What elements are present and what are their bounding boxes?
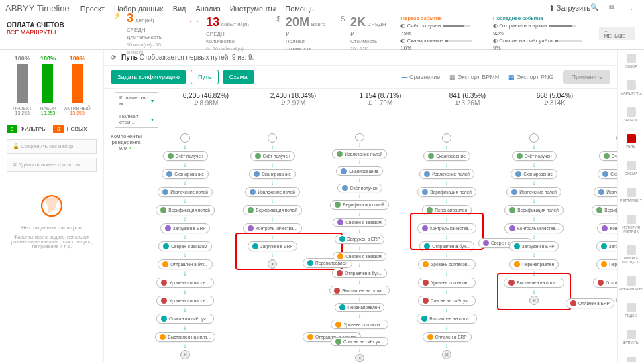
process-node[interactable]: Сверен с заказом <box>333 252 386 261</box>
process-node[interactable]: Сверен с заказом <box>158 241 212 251</box>
rail-item[interactable]: ПУТЬ <box>618 134 644 149</box>
process-node[interactable]: Извлечение полей <box>506 187 561 197</box>
process-node[interactable]: Сканирование <box>511 169 557 179</box>
process-node[interactable]: Сверен с заказом <box>333 218 386 227</box>
process-node[interactable]: Уровень согласов... <box>331 320 388 328</box>
path-col-header: 1,154 (8.71%)₽ 1.79M <box>337 92 424 128</box>
process-node[interactable]: Выставлен на опла... <box>155 332 215 342</box>
process-node[interactable]: Загружен в ERP <box>335 235 385 243</box>
rail-item[interactable]: РЕДКО <box>618 303 644 318</box>
more-icon[interactable]: ⋮ <box>628 3 639 14</box>
process-node[interactable]: Верификация полей <box>243 205 302 215</box>
process-node[interactable]: Верификация полей <box>330 200 389 209</box>
path-tab[interactable]: Путь <box>191 70 219 84</box>
process-node[interactable]: Счёт получен <box>337 184 382 192</box>
refresh-icon[interactable]: ⟳ <box>111 54 116 61</box>
process-node[interactable]: Списан на счёт уч... <box>156 314 214 324</box>
export-bpmn[interactable]: ▦ Экспорт BPMN <box>449 74 499 80</box>
rail-item[interactable]: РЕГЛАМЕНТ <box>618 188 644 202</box>
process-node[interactable]: Оплачен в ERP <box>423 332 472 342</box>
process-node[interactable]: Списан на счёт уч... <box>331 337 388 346</box>
process-node[interactable]: Загружен в ERP <box>248 241 298 251</box>
menu-item[interactable]: Анализ <box>196 5 221 13</box>
delete-filters-btn[interactable]: ✕ Удалить новые фильтры <box>7 158 97 172</box>
upload-btn[interactable]: ⬆ Загрузить <box>549 4 590 13</box>
process-node[interactable]: Загружен в ERP <box>160 223 211 233</box>
process-node[interactable]: Контроль качества... <box>417 223 476 233</box>
menu-item[interactable]: Инструменты <box>230 5 276 13</box>
process-node[interactable]: Извлечение полей <box>158 187 213 197</box>
menu-item[interactable]: Проект <box>80 5 105 13</box>
rail-item[interactable]: ЗАПРОС <box>618 107 644 122</box>
process-node[interactable]: Счёт получен <box>163 151 208 161</box>
export-png[interactable]: ▦ Экспорт PNG <box>508 74 553 80</box>
process-node[interactable]: Сканирование <box>249 169 296 179</box>
process-node[interactable]: Сканирование <box>162 169 209 179</box>
process-node[interactable]: Списан на счёт уч... <box>418 296 476 306</box>
process-node[interactable]: Отправлен в бух... <box>158 259 213 269</box>
process-node[interactable]: Счёт получен <box>512 151 557 161</box>
apply-btn[interactable]: Применить <box>563 70 610 84</box>
rail-item[interactable]: ИСТОРИЯ МЕТРИК <box>618 215 644 233</box>
rail-item[interactable]: ДЕТАЛИЗАЦИЯ <box>618 357 644 362</box>
select-metric[interactable]: Количество м... <box>115 92 158 109</box>
rail-item[interactable]: ИНТЕРВАЛЫ <box>618 276 644 291</box>
rail-item[interactable]: МАРШРУТЫ <box>618 80 644 95</box>
rail-item[interactable]: ЗАТРАТЫ <box>618 330 644 345</box>
end-node: ✕ <box>355 354 364 362</box>
process-node[interactable]: Счёт получен <box>250 151 295 161</box>
config-btn[interactable]: Задать конфигурацию <box>111 70 186 84</box>
last-event: Последнее событие ◐ Отправлен в архив82%… <box>493 15 586 52</box>
process-node[interactable]: Верификация полей <box>417 187 476 197</box>
process-node[interactable]: Перенаправлен <box>422 205 472 215</box>
process-node[interactable]: Контроль качества... <box>504 223 564 233</box>
process-node[interactable]: Загружен в ERP <box>509 241 559 251</box>
search-icon[interactable]: 🔍 <box>590 3 601 14</box>
process-node[interactable]: Выставлен на опла... <box>504 278 564 288</box>
select-cost[interactable]: Полная стои... <box>115 111 158 128</box>
path-column: ↓Сканирование↓Извлечение полей↓Верификац… <box>403 131 490 362</box>
rail-item[interactable]: МИКРО-ПРОЦЕСС <box>618 245 644 264</box>
compare-link[interactable]: — Сравнение <box>402 74 441 80</box>
new-count[interactable]: 0 <box>53 125 64 133</box>
process-node[interactable]: Уровень согласов... <box>156 296 213 306</box>
path-title: Путь <box>121 54 138 61</box>
menu-item[interactable]: Вид <box>173 5 186 13</box>
process-node[interactable]: Сканирование <box>423 151 470 161</box>
process-node[interactable]: Верификация полей <box>592 205 617 215</box>
process-node[interactable]: Извлечение полей <box>419 169 474 179</box>
menu-item[interactable]: Помощь <box>285 5 314 13</box>
process-node[interactable]: Контроль качества... <box>243 223 302 233</box>
mail-icon[interactable]: ✉ <box>609 3 620 14</box>
process-node[interactable]: Отправлен в архив <box>593 278 617 288</box>
collapse-btn[interactable]: ← МЕНЬШЕ <box>599 27 635 40</box>
schema-tab[interactable]: Схема <box>223 70 254 84</box>
start-node <box>529 133 539 143</box>
process-node[interactable]: Сканирование <box>598 169 617 179</box>
rail-item[interactable]: ОБЗОР <box>618 54 644 68</box>
process-node[interactable]: Верификация полей <box>156 205 215 215</box>
process-node[interactable]: Сканирование <box>336 166 383 175</box>
process-node[interactable]: Уровень согласов... <box>418 278 475 288</box>
filters-count[interactable]: 0 <box>7 125 17 133</box>
process-node[interactable]: Выставлен на опла... <box>329 286 390 294</box>
process-node[interactable]: Уровень согласов... <box>156 278 213 288</box>
process-node[interactable]: Перенаправлен <box>596 259 617 269</box>
process-node[interactable]: Извлечение полей <box>245 187 300 197</box>
rail-item[interactable]: СХЕМА <box>618 161 644 176</box>
process-node[interactable]: Счёт получен <box>599 151 617 161</box>
process-node[interactable]: Верификация полей <box>504 205 564 215</box>
project-subtitle: ВСЕ МАРШРУТЫ <box>7 29 97 36</box>
process-node[interactable]: Извлечение полей <box>594 187 617 197</box>
process-node[interactable]: Отправлен в бух... <box>332 269 387 278</box>
process-node[interactable]: Перенаправлен <box>335 303 384 312</box>
save-set-btn[interactable]: 🔒 Сохранить как набор <box>7 139 97 154</box>
process-node[interactable]: Контроль кач... <box>597 223 617 233</box>
process-node[interactable]: Уровень согласов... <box>418 259 475 269</box>
process-node[interactable]: Загружен в ERP <box>596 241 617 251</box>
process-node[interactable]: Отправлен в бух... <box>419 241 474 251</box>
process-node[interactable]: Перенаправлен <box>509 259 559 269</box>
path-col-header: 6,205 (46.82%)₽ 8.98M <box>162 92 250 128</box>
process-node[interactable]: Извлечение полей <box>332 149 387 158</box>
process-node[interactable]: Выставлен на опла... <box>417 314 477 324</box>
